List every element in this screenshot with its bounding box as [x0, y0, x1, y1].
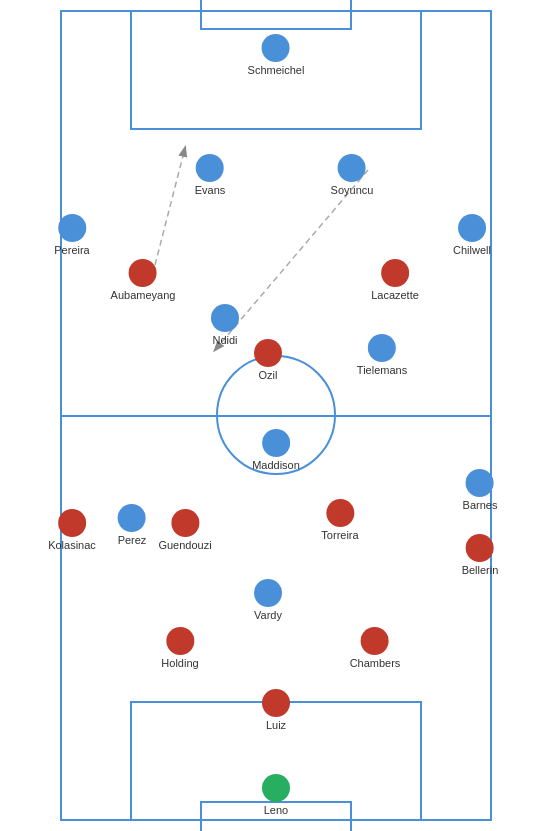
- dot-bellerin: [466, 534, 494, 562]
- dot-chambers: [361, 627, 389, 655]
- name-torreira: Torreira: [321, 529, 358, 541]
- player-chilwell: Chilwell: [453, 214, 491, 256]
- name-soyuncu: Soyuncu: [331, 184, 374, 196]
- name-perez: Perez: [118, 534, 147, 546]
- player-maddison: Maddison: [252, 429, 300, 471]
- player-ozil: Ozil: [254, 339, 282, 381]
- dot-torreira: [326, 499, 354, 527]
- dot-chilwell: [458, 214, 486, 242]
- name-pereira: Pereira: [54, 244, 89, 256]
- dot-holding: [166, 627, 194, 655]
- player-holding: Holding: [161, 627, 198, 669]
- player-barnes: Barnes: [463, 469, 498, 511]
- dot-ozil: [254, 339, 282, 367]
- dot-aubameyang: [129, 259, 157, 287]
- name-evans: Evans: [195, 184, 226, 196]
- name-barnes: Barnes: [463, 499, 498, 511]
- dot-soyuncu: [338, 154, 366, 182]
- player-leno: Leno: [262, 774, 290, 816]
- player-pereira: Pereira: [54, 214, 89, 256]
- name-schmeichel: Schmeichel: [248, 64, 305, 76]
- player-guendouzi: Guendouzi: [158, 509, 211, 551]
- dot-luiz: [262, 689, 290, 717]
- name-tielemans: Tielemans: [357, 364, 407, 376]
- name-vardy: Vardy: [254, 609, 282, 621]
- player-soyuncu: Soyuncu: [331, 154, 374, 196]
- name-bellerin: Bellerin: [462, 564, 499, 576]
- dot-vardy: [254, 579, 282, 607]
- player-aubameyang: Aubameyang: [111, 259, 176, 301]
- name-lacazette: Lacazette: [371, 289, 419, 301]
- dot-barnes: [466, 469, 494, 497]
- player-luiz: Luiz: [262, 689, 290, 731]
- name-leno: Leno: [264, 804, 288, 816]
- name-chilwell: Chilwell: [453, 244, 491, 256]
- dot-lacazette: [381, 259, 409, 287]
- player-ndidi: Ndidi: [211, 304, 239, 346]
- dot-maddison: [262, 429, 290, 457]
- name-chambers: Chambers: [350, 657, 401, 669]
- pitch: SchmeichelEvansSoyuncuPereiraChilwellAub…: [0, 0, 552, 831]
- name-aubameyang: Aubameyang: [111, 289, 176, 301]
- player-tielemans: Tielemans: [357, 334, 407, 376]
- name-ozil: Ozil: [259, 369, 278, 381]
- dot-pereira: [58, 214, 86, 242]
- player-perez: Perez: [118, 504, 147, 546]
- player-bellerin: Bellerin: [462, 534, 499, 576]
- name-guendouzi: Guendouzi: [158, 539, 211, 551]
- name-kolasinac: Kolasinac: [48, 539, 96, 551]
- player-kolasinac: Kolasinac: [48, 509, 96, 551]
- player-evans: Evans: [195, 154, 226, 196]
- player-chambers: Chambers: [350, 627, 401, 669]
- player-vardy: Vardy: [254, 579, 282, 621]
- dot-leno: [262, 774, 290, 802]
- dot-evans: [196, 154, 224, 182]
- dot-ndidi: [211, 304, 239, 332]
- dot-kolasinac: [58, 509, 86, 537]
- dot-tielemans: [368, 334, 396, 362]
- name-ndidi: Ndidi: [212, 334, 237, 346]
- name-maddison: Maddison: [252, 459, 300, 471]
- player-schmeichel: Schmeichel: [248, 34, 305, 76]
- player-lacazette: Lacazette: [371, 259, 419, 301]
- dot-schmeichel: [262, 34, 290, 62]
- dot-guendouzi: [171, 509, 199, 537]
- name-holding: Holding: [161, 657, 198, 669]
- player-torreira: Torreira: [321, 499, 358, 541]
- name-luiz: Luiz: [266, 719, 286, 731]
- dot-perez: [118, 504, 146, 532]
